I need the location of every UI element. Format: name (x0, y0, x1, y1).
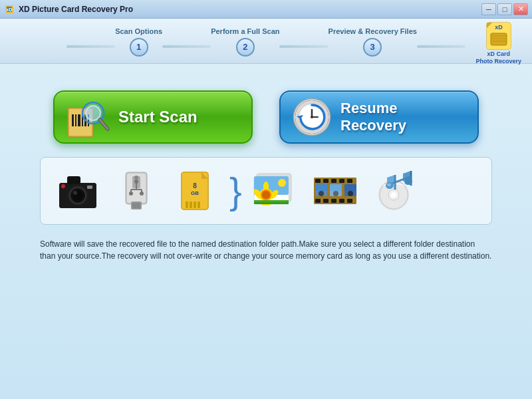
logo-svg: xD (481, 21, 516, 51)
start-scan-button[interactable]: Start Scan (53, 90, 253, 144)
step-line-2-3 (279, 45, 328, 48)
svg-point-107 (333, 191, 338, 196)
svg-rect-14 (72, 114, 74, 126)
svg-rect-98 (339, 199, 344, 203)
svg-text:GB: GB (191, 190, 199, 196)
svg-rect-37 (67, 176, 80, 184)
wizard-steps: Scan Options 1 Perform a Full Scan 2 Pre… (66, 27, 466, 57)
svg-rect-96 (323, 199, 329, 203)
film-strip-icon (311, 167, 359, 215)
svg-rect-105 (344, 184, 356, 191)
svg-rect-93 (339, 179, 344, 183)
step-line-post3 (417, 45, 466, 48)
resume-recovery-label: Resume Recovery (340, 100, 467, 134)
svg-point-108 (348, 191, 353, 196)
usb-drive-icon (112, 167, 160, 215)
svg-rect-94 (347, 179, 352, 183)
camera-icon (54, 167, 102, 215)
svg-rect-5 (491, 33, 507, 45)
svg-point-106 (319, 191, 324, 196)
svg-rect-95 (315, 199, 321, 203)
arrow-bracket-icon: } (229, 172, 242, 209)
step1-label: Scan Options (115, 27, 162, 35)
svg-point-57 (134, 180, 138, 184)
svg-rect-66 (194, 201, 196, 208)
svg-point-42 (73, 191, 77, 195)
wizard-step-3: Preview & Recovery Files 3 (329, 27, 417, 57)
step2-label: Perform a Full Scan (211, 27, 279, 35)
svg-rect-16 (78, 114, 80, 126)
svg-point-34 (311, 116, 313, 118)
resume-recovery-button[interactable]: Resume Recovery (279, 90, 479, 144)
start-scan-label: Start Scan (118, 108, 198, 126)
scan-icon (65, 94, 110, 140)
maximize-button[interactable]: □ (497, 3, 512, 15)
step3-label: Preview & Recovery Files (329, 27, 417, 35)
svg-rect-67 (198, 201, 200, 208)
svg-point-44 (61, 184, 65, 188)
wizard-bar: Scan Options 1 Perform a Full Scan 2 Pre… (0, 19, 532, 64)
svg-rect-104 (330, 184, 342, 191)
svg-rect-97 (331, 199, 336, 203)
svg-rect-103 (315, 184, 327, 191)
svg-rect-87 (254, 202, 289, 204)
svg-text:xD: xD (7, 7, 13, 12)
step1-circle: 1 (130, 38, 148, 57)
svg-rect-43 (87, 186, 92, 189)
close-button[interactable]: ✕ (513, 3, 528, 15)
app-icon: xD (4, 4, 15, 15)
step2-circle: 2 (236, 38, 255, 57)
svg-rect-91 (323, 179, 329, 183)
app-logo: xD xD CardPhoto Recovery (475, 21, 521, 65)
photos-icon (253, 167, 301, 215)
svg-point-72 (278, 179, 286, 187)
svg-point-56 (140, 192, 144, 196)
svg-text:xD: xD (495, 24, 503, 31)
window-controls: ─ □ ✕ (481, 3, 528, 15)
svg-text:8: 8 (193, 182, 197, 190)
audio-icon (370, 167, 418, 215)
step-line-1-2 (162, 45, 211, 48)
description-text: Software will save the recovered file to… (40, 238, 492, 262)
resume-icon (291, 96, 332, 138)
svg-rect-50 (132, 203, 140, 208)
sd-card-icon: 8 GB (171, 167, 219, 215)
svg-line-24 (100, 120, 108, 129)
svg-point-48 (134, 176, 138, 180)
svg-point-84 (262, 191, 270, 199)
svg-rect-64 (186, 201, 188, 208)
buttons-row: Start Scan Re (53, 90, 479, 144)
svg-point-79 (263, 182, 269, 191)
step-line-pre1 (66, 45, 115, 48)
svg-rect-99 (347, 199, 352, 203)
svg-rect-65 (190, 201, 192, 208)
svg-rect-15 (75, 114, 76, 126)
svg-rect-90 (315, 179, 321, 183)
step3-circle: 3 (363, 38, 382, 57)
wizard-step-2: Perform a Full Scan 2 (211, 27, 279, 57)
wizard-step-1: Scan Options 1 (115, 27, 162, 57)
svg-point-55 (129, 192, 133, 196)
logo-text: xD CardPhoto Recovery (475, 51, 521, 65)
main-content: Start Scan Re (0, 64, 532, 399)
svg-point-112 (391, 192, 396, 198)
media-icons-box: 8 GB } (40, 157, 492, 225)
window-title: XD Picture Card Recovery Pro (19, 5, 481, 14)
svg-rect-92 (331, 179, 336, 183)
titlebar: xD XD Picture Card Recovery Pro ─ □ ✕ (0, 0, 532, 19)
minimize-button[interactable]: ─ (481, 3, 496, 15)
